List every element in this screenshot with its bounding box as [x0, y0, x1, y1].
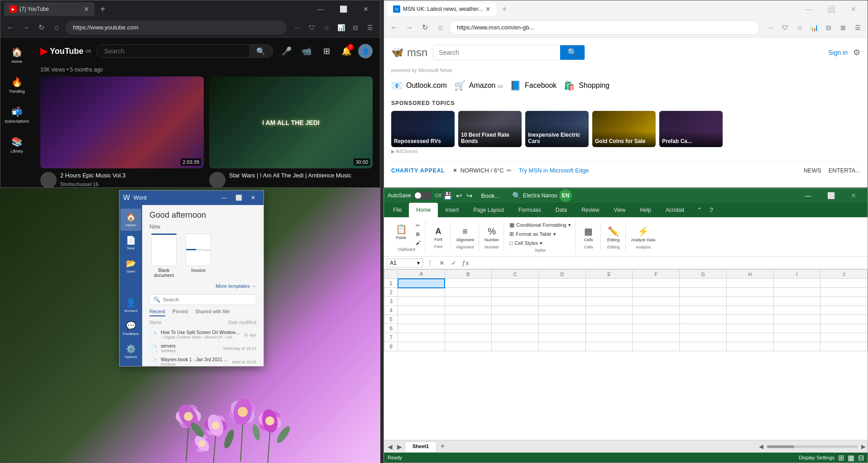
cell-j6[interactable]: [820, 324, 868, 333]
cell-a8[interactable]: [398, 342, 445, 351]
msn-quicklink-amazon[interactable]: 🛒 Amazon ad: [454, 80, 503, 91]
cell-i3[interactable]: [773, 297, 820, 306]
alignment-button[interactable]: ≡ Alignment: [454, 224, 476, 244]
cell-j7[interactable]: [820, 333, 868, 342]
cell-h5[interactable]: [726, 315, 773, 324]
cell-g5[interactable]: [680, 315, 727, 324]
word-sidebar-open[interactable]: 📂 Open: [120, 255, 141, 277]
font-button[interactable]: A Font: [429, 225, 447, 243]
sponsored-card-cars[interactable]: Inexpensive Electric Cars: [525, 111, 589, 147]
cell-h3[interactable]: [726, 297, 773, 306]
cut-button[interactable]: ✂: [414, 222, 422, 229]
cell-c8[interactable]: [492, 342, 539, 351]
excel-tab-file[interactable]: File: [386, 203, 409, 217]
cell-c5[interactable]: [492, 315, 539, 324]
cell-reference-box[interactable]: A1 ▾: [387, 258, 423, 267]
cell-d2[interactable]: [539, 288, 586, 297]
word-search-input[interactable]: [163, 297, 252, 302]
yt-minimize-button[interactable]: —: [310, 2, 331, 16]
excel-tab-data[interactable]: Data: [548, 203, 574, 217]
msn-more-icon[interactable]: ⊞: [837, 21, 849, 34]
cell-b6[interactable]: [445, 324, 492, 333]
cell-i1[interactable]: [773, 279, 820, 288]
cell-g1[interactable]: [680, 279, 727, 288]
cell-j1[interactable]: [820, 279, 868, 288]
format-painter-button[interactable]: 🖌: [414, 239, 422, 246]
col-header-c[interactable]: C: [492, 270, 539, 279]
cell-j5[interactable]: [820, 315, 868, 324]
word-sidebar-options[interactable]: ⚙️ Options: [120, 340, 141, 363]
msn-settings-button[interactable]: ⚙: [853, 48, 860, 57]
cell-h2[interactable]: [726, 288, 773, 297]
excel-redo-button[interactable]: ↪: [465, 191, 474, 200]
excel-grid-container[interactable]: A B C D E F G H I J 1: [384, 269, 868, 440]
sheet-nav-left[interactable]: ◀: [386, 443, 394, 450]
msn-tab[interactable]: M MSN UK: Latest news, weather... ✕: [388, 2, 496, 16]
sidebar-item-home[interactable]: 🏠 Home: [2, 41, 31, 69]
cell-e8[interactable]: [585, 342, 633, 351]
msn-new-tab-button[interactable]: +: [500, 2, 509, 16]
word-tab-recent[interactable]: Recent: [149, 309, 165, 316]
cell-e4[interactable]: [585, 306, 633, 315]
more-templates-link[interactable]: More templates →: [142, 283, 264, 292]
cell-a3[interactable]: [398, 297, 445, 306]
yt-star-icon[interactable]: ☆: [320, 21, 333, 34]
cell-e6[interactable]: [585, 324, 633, 333]
cell-a4[interactable]: [398, 306, 445, 315]
yt-reload-button[interactable]: ↻: [35, 21, 48, 34]
cell-styles-button[interactable]: □ Cell Styles ▾: [508, 239, 573, 247]
msn-search-input[interactable]: [433, 45, 560, 60]
msn-address-bar[interactable]: [449, 20, 760, 35]
msn-search-button[interactable]: 🔍: [560, 45, 585, 60]
col-header-h[interactable]: H: [726, 270, 773, 279]
cell-a7[interactable]: [398, 333, 445, 342]
normal-view-button[interactable]: ⊞: [838, 453, 844, 462]
youtube-tab-close[interactable]: ✕: [84, 5, 89, 13]
cell-b5[interactable]: [445, 315, 492, 324]
cell-g7[interactable]: [680, 333, 727, 342]
cell-f8[interactable]: [633, 342, 680, 351]
new-tab-button[interactable]: +: [98, 2, 107, 16]
scroll-right-button[interactable]: ◀: [759, 443, 763, 450]
cell-f2[interactable]: [633, 288, 680, 297]
col-header-e[interactable]: E: [585, 270, 633, 279]
sheet-tab-1[interactable]: Sheet1: [405, 441, 436, 452]
conditional-formatting-button[interactable]: ▦ Conditional Formatting ▾: [508, 221, 573, 229]
yt-apps-button[interactable]: ⊞: [318, 43, 335, 59]
cell-b2[interactable]: [445, 288, 492, 297]
cell-e2[interactable]: [585, 288, 633, 297]
sidebar-item-trending[interactable]: 🔥 Trending: [2, 71, 31, 99]
excel-tab-acrobat[interactable]: Acrobat: [658, 203, 691, 217]
word-template-blank[interactable]: Blank document: [149, 234, 178, 278]
insert-function-button[interactable]: ƒx: [460, 258, 471, 268]
col-header-g[interactable]: G: [680, 270, 727, 279]
cell-d6[interactable]: [539, 324, 586, 333]
msn-shield-icon[interactable]: 🛡: [779, 21, 791, 34]
youtube-tab[interactable]: ▶ (7) YouTube ✕: [4, 2, 95, 16]
sponsored-card-gold[interactable]: Gold Coins for Sale: [592, 111, 656, 147]
excel-tab-formulas[interactable]: Formulas: [511, 203, 548, 217]
cell-g8[interactable]: [680, 342, 727, 351]
display-settings-button[interactable]: Display Settings: [799, 455, 834, 460]
cell-b1[interactable]: [445, 279, 492, 288]
yt-sync-icon[interactable]: ⊟: [349, 21, 362, 34]
cell-f1[interactable]: [633, 279, 680, 288]
excel-search-button[interactable]: 🔍: [510, 191, 523, 200]
msn-sign-in-button[interactable]: Sign in: [828, 49, 848, 56]
cell-e3[interactable]: [585, 297, 633, 306]
msn-minimize-button[interactable]: —: [798, 2, 819, 16]
cell-g4[interactable]: [680, 306, 727, 315]
yt-search-button[interactable]: 🔍: [249, 44, 273, 58]
yt-user-avatar[interactable]: 👤: [358, 44, 373, 58]
cell-i8[interactable]: [773, 342, 820, 351]
cell-h7[interactable]: [726, 333, 773, 342]
excel-tab-insert[interactable]: Insert: [438, 203, 466, 217]
yt-address-bar[interactable]: [66, 20, 287, 35]
yt-home-button[interactable]: ⌂: [50, 21, 63, 34]
cell-c7[interactable]: [492, 333, 539, 342]
word-template-invoice[interactable]: Invoice: [184, 234, 213, 278]
formula-input[interactable]: [473, 260, 865, 266]
cell-f7[interactable]: [633, 333, 680, 342]
yt-mic-button[interactable]: 🎤: [278, 43, 295, 59]
yt-collections-icon[interactable]: 📊: [335, 21, 347, 34]
